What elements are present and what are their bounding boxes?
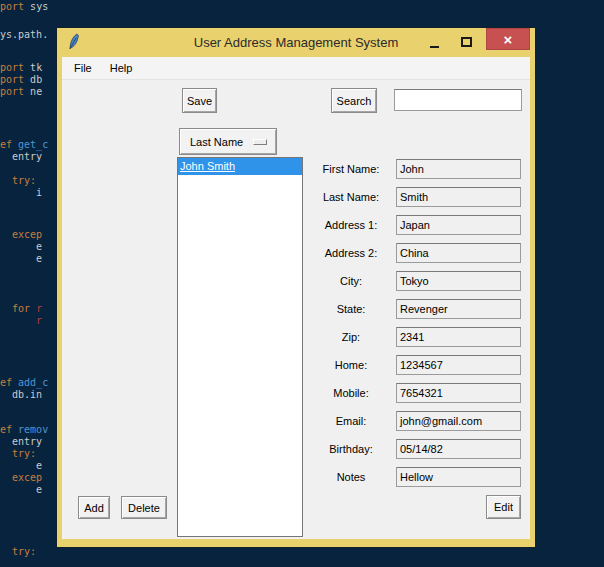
add-button[interactable]: Add (78, 496, 110, 519)
field-value-entry[interactable]: 7654321 (396, 383, 521, 403)
code-line: port tk (0, 62, 42, 74)
code-line: r (0, 315, 42, 327)
maximize-button[interactable] (455, 33, 477, 51)
delete-button[interactable]: Delete (121, 496, 167, 519)
window-client-area: FileHelp Save Search Last Name John Smit… (62, 57, 530, 539)
code-line: entry (0, 436, 42, 448)
code-line: try: (0, 546, 36, 558)
field-value-entry[interactable]: Tokyo (396, 271, 521, 291)
close-icon: × (504, 32, 513, 47)
app-window: User Address Management System × FileHel… (57, 28, 535, 547)
minimize-button[interactable] (423, 34, 445, 52)
field-value-entry[interactable]: China (396, 243, 521, 263)
code-line: port sys (0, 1, 48, 13)
field-value-entry[interactable]: John (396, 159, 521, 179)
field-value-entry[interactable]: Japan (396, 215, 521, 235)
field-value-entry[interactable]: 05/14/82 (396, 439, 521, 459)
field-value-entry[interactable]: Hellow (396, 467, 521, 487)
code-line: e (0, 241, 42, 253)
sort-field-dropdown[interactable]: Last Name (179, 128, 277, 155)
list-item[interactable]: John Smith (178, 158, 302, 175)
menu-item-help[interactable]: Help (101, 58, 142, 78)
code-line: try: (0, 175, 36, 187)
contacts-listbox[interactable]: John Smith (177, 157, 303, 537)
search-button[interactable]: Search (331, 88, 377, 113)
field-value-entry[interactable]: 2341 (396, 327, 521, 347)
field-value-entry[interactable]: Smith (396, 187, 521, 207)
edit-button[interactable]: Edit (486, 495, 521, 519)
code-line: e (0, 484, 42, 496)
code-line: for r (0, 303, 42, 315)
code-line: ys.path. (0, 29, 48, 41)
sort-field-dropdown-value: Last Name (190, 136, 243, 148)
code-line: ef remov (0, 424, 48, 436)
maximize-icon (461, 37, 472, 47)
menu-item-file[interactable]: File (65, 58, 101, 78)
code-line: port db (0, 74, 42, 86)
code-line: db.in (0, 389, 42, 401)
code-line: try: (0, 448, 36, 460)
dropdown-indicator-icon (253, 139, 267, 145)
code-line: excep (0, 472, 42, 484)
field-value-entry[interactable]: john@gmail.com (396, 411, 521, 431)
content-area: Save Search Last Name John Smith First N… (62, 80, 530, 539)
code-line: e (0, 460, 42, 472)
field-value-entry[interactable]: 1234567 (396, 355, 521, 375)
code-line: port ne (0, 86, 42, 98)
save-button[interactable]: Save (182, 88, 217, 113)
code-line: ef get_c (0, 139, 48, 151)
search-input[interactable] (394, 89, 522, 111)
code-line: entry (0, 151, 42, 163)
minimize-icon (430, 46, 439, 48)
close-button[interactable]: × (486, 28, 530, 50)
code-line: e (0, 253, 42, 265)
code-line: ef add_c (0, 377, 48, 389)
field-value-entry[interactable]: Revenger (396, 299, 521, 319)
code-line: excep (0, 229, 42, 241)
titlebar[interactable]: User Address Management System × (57, 28, 535, 57)
code-line: i (0, 187, 42, 199)
menubar: FileHelp (62, 57, 530, 80)
